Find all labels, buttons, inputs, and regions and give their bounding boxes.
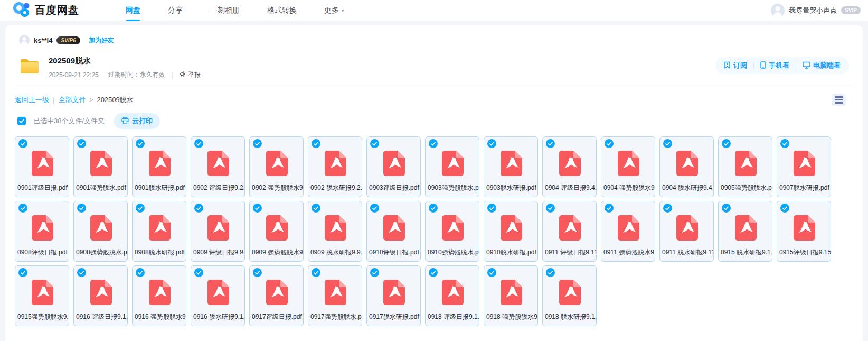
file-card[interactable]: 0915 脱水研报9.1... — [718, 201, 772, 262]
file-card[interactable]: 0910评级日报.pdf — [366, 201, 421, 262]
checkmark-badge[interactable] — [546, 204, 555, 213]
checkmark-badge[interactable] — [77, 204, 86, 213]
checkmark-badge[interactable] — [18, 204, 27, 213]
checkmark-badge[interactable] — [194, 268, 203, 277]
file-card[interactable]: 0917评级日报.pdf — [249, 265, 304, 326]
file-card[interactable]: 0909 评级日报9.9... — [191, 201, 245, 262]
file-card[interactable]: 0918 脱水研报9.1... — [542, 265, 597, 326]
checkmark-badge[interactable] — [77, 139, 86, 148]
breadcrumb-back-link[interactable]: 返回上一级 — [15, 95, 49, 105]
checkmark-badge[interactable] — [722, 139, 731, 148]
checkmark-badge[interactable] — [429, 204, 438, 213]
checkmark-badge[interactable] — [487, 139, 496, 148]
tab-convert[interactable]: 格式转换 — [253, 0, 310, 21]
file-card[interactable]: 0909 脱水研报9.9... — [308, 201, 362, 262]
file-name: 0918 强势股脱水9... — [484, 312, 537, 321]
file-card[interactable]: 0902 脱水研报9.2... — [308, 136, 362, 197]
file-card[interactable]: 0901评级日报.pdf — [15, 136, 69, 197]
file-card[interactable]: 0908强势股脱水.pdf — [73, 201, 128, 262]
file-card[interactable]: 0908脱水研报.pdf — [132, 201, 186, 262]
file-card[interactable]: 0917强势股脱水.pdf — [308, 265, 362, 326]
file-card[interactable]: 0905强势股脱水.pdf — [718, 136, 772, 197]
checkmark-badge[interactable] — [605, 204, 614, 213]
file-card[interactable]: 0916 评级日报9.1... — [73, 265, 128, 326]
owner-vip-badge: SVIP6 — [56, 36, 80, 44]
file-card[interactable]: 0911 脱水研报9.11... — [659, 201, 714, 262]
list-view-toggle-icon[interactable] — [832, 94, 846, 106]
subscribe-button[interactable]: 订阅 — [724, 61, 747, 70]
file-card[interactable]: 0903评级日报.pdf — [366, 136, 421, 197]
file-card[interactable]: 0918 评级日报9.1... — [425, 265, 479, 326]
checkmark-badge[interactable] — [253, 204, 262, 213]
checkmark-badge[interactable] — [194, 204, 203, 213]
select-all-checkbox[interactable] — [17, 117, 26, 125]
printer-icon — [121, 117, 129, 125]
file-card[interactable]: 0910脱水研报.pdf — [484, 201, 538, 262]
pdf-icon — [558, 279, 581, 308]
file-card[interactable]: 0915强势股脱水9.... — [15, 265, 69, 326]
file-card[interactable]: 0907脱水研报.pdf — [777, 136, 831, 197]
checkmark-badge[interactable] — [546, 268, 555, 277]
checkmark-badge[interactable] — [487, 204, 496, 213]
pdf-icon — [499, 150, 523, 179]
checkmark-badge[interactable] — [605, 139, 614, 148]
file-card[interactable]: 0915评级日报9.15... — [777, 201, 831, 262]
checkmark-badge[interactable] — [18, 268, 27, 277]
checkmark-badge[interactable] — [780, 139, 789, 148]
view-on-phone-button[interactable]: 手机看 — [760, 61, 789, 70]
checkmark-badge[interactable] — [312, 268, 320, 277]
checkmark-badge[interactable] — [18, 139, 27, 148]
checkmark-badge[interactable] — [136, 268, 145, 277]
checkmark-badge[interactable] — [429, 139, 438, 148]
checkmark-badge[interactable] — [663, 139, 672, 148]
file-card[interactable]: 0902 评级日报9.2... — [191, 136, 245, 197]
file-card[interactable]: 0909 强势股脱水9... — [249, 201, 304, 262]
breadcrumb-root-link[interactable]: 全部文件 — [58, 95, 86, 105]
file-card[interactable]: 0904 强势股脱水9... — [601, 136, 655, 197]
file-card[interactable]: 0901强势脱水.pdf — [73, 136, 128, 197]
report-button[interactable]: 举报 — [180, 70, 201, 79]
checkmark-badge[interactable] — [194, 139, 203, 148]
cloud-print-button[interactable]: 云打印 — [114, 113, 160, 129]
add-friend-button[interactable]: 加为好友 — [89, 36, 114, 45]
app-logo[interactable]: 百度网盘 — [13, 2, 79, 20]
checkmark-badge[interactable] — [312, 204, 320, 213]
file-card[interactable]: 0903脱水研报.pdf — [484, 136, 538, 197]
checkmark-badge[interactable] — [370, 139, 379, 148]
checkmark-badge[interactable] — [429, 268, 438, 277]
file-card[interactable]: 0918 强势股脱水9... — [484, 265, 538, 326]
tab-netdisk[interactable]: 网盘 — [112, 0, 154, 21]
tab-album[interactable]: 一刻相册 — [196, 0, 253, 21]
checkmark-badge[interactable] — [780, 204, 789, 213]
file-card[interactable]: 0910强势股脱水.pdf — [425, 201, 479, 262]
checkmark-badge[interactable] — [487, 268, 496, 277]
checkmark-badge[interactable] — [663, 204, 672, 213]
file-card[interactable]: 0911 评级日报9.11... — [542, 201, 597, 262]
checkmark-badge[interactable] — [136, 204, 145, 213]
checkmark-badge[interactable] — [136, 139, 145, 148]
user-account[interactable]: 我尽量哭小声点 SVIP — [771, 4, 861, 17]
checkmark-badge[interactable] — [253, 268, 262, 277]
file-card[interactable]: 0904 评级日报9.4... — [542, 136, 597, 197]
file-card[interactable]: 0901脱水研报.pdf — [132, 136, 186, 197]
view-on-pc-button[interactable]: 电脑端看 — [803, 61, 841, 70]
file-name: 0915评级日报9.15... — [777, 248, 831, 257]
checkmark-badge[interactable] — [722, 204, 731, 213]
file-card[interactable]: 0903强势股脱水.pdf — [425, 136, 479, 197]
checkmark-badge[interactable] — [546, 139, 555, 148]
tab-share[interactable]: 分享 — [154, 0, 196, 21]
file-card[interactable]: 0908评级日报.pdf — [15, 201, 69, 262]
file-card[interactable]: 0911 强势股脱水9.... — [601, 201, 655, 262]
top-navbar: 百度网盘 网盘 分享 一刻相册 格式转换 更多 ▾ 我尽量哭小声点 SVIP — [0, 0, 868, 21]
checkmark-badge[interactable] — [370, 204, 379, 213]
checkmark-badge[interactable] — [370, 268, 379, 277]
tab-more[interactable]: 更多 ▾ — [310, 0, 358, 21]
checkmark-badge[interactable] — [253, 139, 262, 148]
checkmark-badge[interactable] — [77, 268, 86, 277]
file-card[interactable]: 0902 强势股脱水9... — [249, 136, 304, 197]
checkmark-badge[interactable] — [312, 139, 320, 148]
file-card[interactable]: 0916 强势股脱水9... — [132, 265, 186, 326]
file-card[interactable]: 0917脱水研报.pdf — [366, 265, 421, 326]
file-card[interactable]: 0904 脱水研报9.4... — [659, 136, 714, 197]
file-card[interactable]: 0916 脱水研报9.1... — [191, 265, 245, 326]
